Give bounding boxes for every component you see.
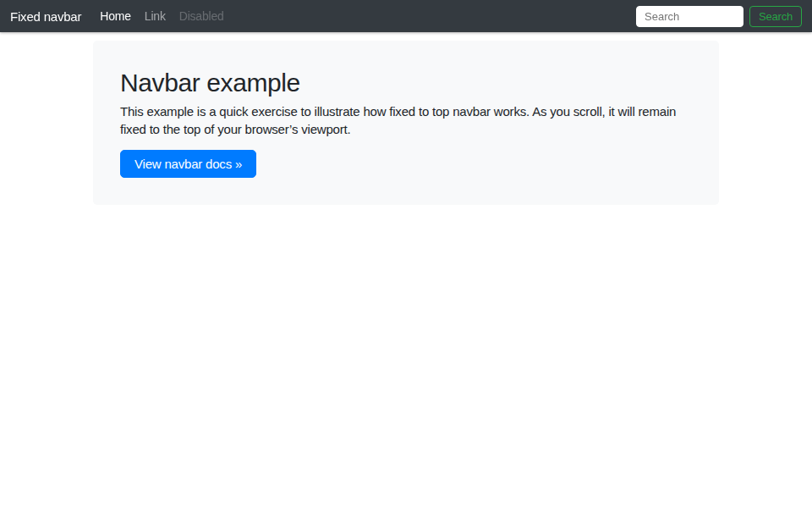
search-form: Search <box>636 6 802 27</box>
view-navbar-docs-button[interactable]: View navbar docs » <box>120 150 256 178</box>
navbar-nav: Home Link Disabled <box>93 9 230 23</box>
search-button[interactable]: Search <box>749 6 802 27</box>
search-input[interactable] <box>636 6 743 27</box>
navbar-brand[interactable]: Fixed navbar <box>10 9 81 24</box>
jumbotron-panel: Navbar example This example is a quick e… <box>93 41 719 205</box>
page-title: Navbar example <box>120 68 692 98</box>
top-navbar: Fixed navbar Home Link Disabled Search <box>0 0 812 32</box>
page-description: This example is a quick exercise to illu… <box>120 102 692 138</box>
nav-item-disabled: Disabled <box>173 9 231 23</box>
nav-item-home[interactable]: Home <box>93 9 138 23</box>
nav-item-link[interactable]: Link <box>138 9 173 23</box>
